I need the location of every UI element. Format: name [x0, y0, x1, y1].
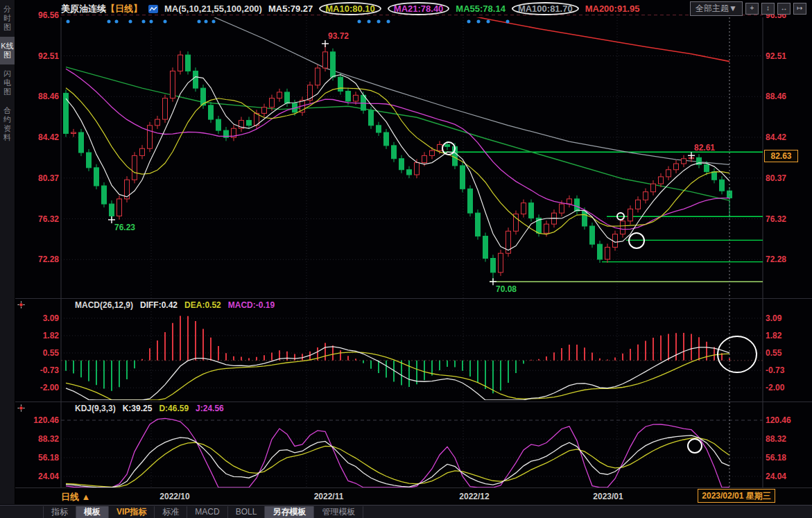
sidebar-item-contract-info[interactable]: 合约资料 — [0, 101, 15, 147]
signal-dot — [368, 20, 371, 24]
x-axis-date: 2022/10 — [159, 492, 189, 501]
chart-header: 美原油连续【日线】 MA(5,10,21,55,100,200) MA5:79.… — [15, 0, 812, 17]
ma-config-label: MA(5,10,21,55,100,200) — [164, 3, 262, 14]
x-axis-date: 2023/01 — [593, 492, 623, 501]
kdj-j-value: J:24.56 — [196, 404, 224, 413]
trading-app-window: 96.5696.5692.5192.5188.4688.4684.4284.42… — [0, 0, 812, 518]
kdj-k-value: K:39.25 — [123, 404, 153, 413]
tab-boll[interactable]: BOLL — [228, 506, 266, 518]
grid-layout-icon[interactable]: + — [745, 3, 759, 15]
macd-dea-value: DEA:0.52 — [184, 300, 221, 310]
ma10-value: MA10:80.10 — [325, 3, 375, 14]
macd-histogram — [66, 316, 729, 394]
extreme-marker — [108, 216, 115, 223]
indicator-settings-icon[interactable] — [17, 301, 25, 309]
tab-indicators[interactable]: 指标 — [43, 506, 76, 518]
kdj-d-value: D:46.59 — [159, 404, 189, 413]
chart-type-sidebar: 分时图 K线图 闪电图 合约资料 — [0, 0, 15, 504]
signal-dot — [377, 20, 381, 24]
period-selector[interactable]: 日线 ▲ — [61, 491, 90, 503]
signal-dot — [142, 20, 146, 24]
annotation-ellipse: MA21:78.40 — [388, 2, 450, 15]
j-line — [66, 418, 729, 487]
candlestick-chart-icon[interactable] — [148, 5, 158, 13]
extreme-marker — [322, 40, 329, 47]
step-forward-icon[interactable]: ↦ — [793, 3, 806, 15]
annotation-circle — [688, 439, 702, 453]
header-controls: 全部主题▼ + ↕ ↔ ↦ — [690, 1, 812, 16]
ma5-value: MA5:79.27 — [268, 3, 313, 14]
signal-dot — [467, 20, 471, 24]
signal-dot — [205, 20, 208, 24]
signal-dot — [115, 20, 119, 24]
ma200-value: MA200:91.95 — [585, 3, 640, 14]
ma55-value: MA55:78.14 — [456, 3, 506, 14]
signal-dot — [506, 20, 510, 24]
ma100-line — [211, 16, 729, 165]
signal-dot — [129, 20, 132, 24]
signal-dot — [164, 20, 167, 24]
ma21-line — [66, 69, 729, 229]
tab-standard[interactable]: 标准 — [155, 506, 187, 518]
signal-dot — [107, 20, 111, 24]
sidebar-item-lightning-chart[interactable]: 闪电图 — [0, 64, 15, 101]
signal-dot — [358, 20, 361, 24]
macd-title[interactable]: MACD(26,12,9) — [75, 300, 133, 310]
signal-dot — [67, 20, 70, 24]
theme-dropdown[interactable]: 全部主题▼ — [690, 1, 743, 16]
k-line — [66, 435, 729, 487]
extreme-marker — [490, 278, 496, 285]
signal-dot — [477, 20, 481, 24]
macd-diff-value: DIFF:0.42 — [140, 300, 178, 310]
signal-dot — [387, 20, 390, 24]
x-axis-date: 2022/11 — [314, 492, 344, 501]
ma21-value: MA21:78.40 — [394, 3, 444, 14]
tab-macd[interactable]: MACD — [187, 506, 227, 518]
indicator-settings-icon[interactable] — [17, 404, 25, 412]
symbol-title: 美原油连续【日线】 — [61, 3, 142, 15]
macd-bar-value: MACD:-0.19 — [228, 300, 275, 310]
price-chart-canvas[interactable] — [0, 0, 812, 518]
macd-panel-header: MACD(26,12,9) DIFF:0.42 DEA:0.52 MACD:-0… — [15, 298, 812, 311]
zoom-vertical-icon[interactable]: ↕ — [761, 3, 775, 15]
crosshair-date-badge: 2023/02/01 星期三 — [698, 489, 775, 503]
indicator-toolbar: 指标 模板 VIP指标 标准 MACD BOLL 另存模板 管理模板 — [0, 505, 812, 518]
sidebar-item-kline-chart[interactable]: K线图 — [0, 37, 15, 64]
tab-templates[interactable]: 模板 — [76, 506, 109, 518]
signal-dot — [487, 20, 490, 24]
d-line — [66, 438, 729, 487]
ma100-value: MA100:81.70 — [518, 3, 573, 14]
zoom-horizontal-icon[interactable]: ↔ — [777, 3, 791, 15]
tab-save-template[interactable]: 另存模板 — [265, 506, 314, 518]
signal-dot — [150, 20, 153, 24]
tab-vip-indicators[interactable]: VIP指标 — [109, 506, 155, 518]
sidebar-item-time-chart[interactable]: 分时图 — [0, 0, 15, 37]
x-axis-band: 日线 ▲ 2023/02/01 星期三 2022/102022/112022/1… — [15, 487, 812, 505]
annotation-ellipse: MA100:81.70 — [512, 2, 579, 15]
signal-dot — [198, 20, 201, 24]
kdj-title[interactable]: KDJ(9,3,3) — [75, 404, 116, 413]
crosshair-price-badge: 82.63 — [764, 150, 798, 162]
annotation-ellipse: MA10:80.10 — [319, 2, 381, 15]
x-axis-date: 2022/12 — [459, 492, 489, 501]
kdj-panel-header: KDJ(9,3,3) K:39.25 D:46.59 J:24.56 — [15, 402, 812, 414]
tab-manage-template[interactable]: 管理模板 — [314, 506, 363, 518]
signal-dot — [212, 20, 216, 24]
